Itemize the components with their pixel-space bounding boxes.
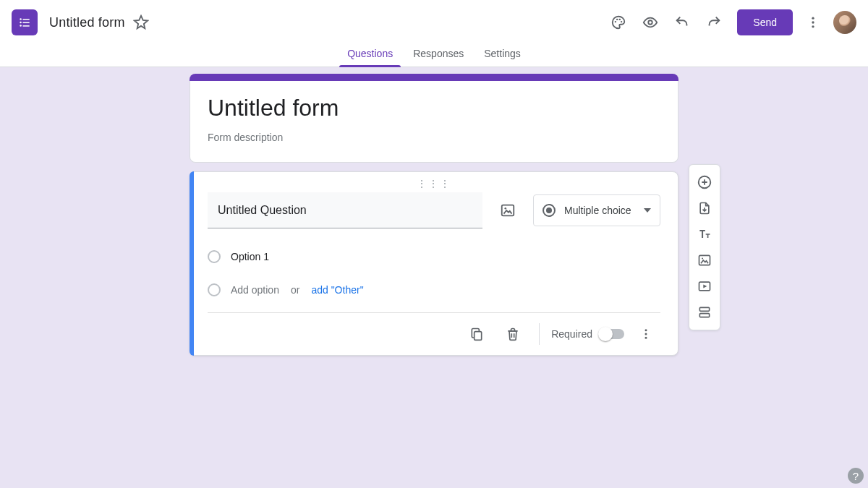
tab-responses[interactable]: Responses: [411, 48, 466, 67]
section-icon: [697, 305, 712, 320]
import-questions-button[interactable]: [692, 195, 718, 221]
star-button[interactable]: [132, 14, 150, 31]
svg-point-11: [649, 20, 653, 25]
svg-point-8: [616, 19, 618, 20]
text-icon: [697, 227, 712, 241]
or-label: or: [291, 284, 299, 296]
import-icon: [697, 201, 712, 215]
document-title[interactable]: Untitled form: [49, 15, 125, 30]
undo-icon: [674, 14, 690, 30]
redo-icon: [706, 14, 722, 30]
radio-icon: [542, 204, 556, 217]
svg-rect-1: [20, 18, 22, 20]
image-icon: [697, 253, 712, 267]
forms-logo[interactable]: [12, 9, 38, 35]
star-outline-icon: [133, 14, 149, 30]
radio-outline-icon: [208, 283, 221, 296]
svg-point-16: [505, 207, 507, 210]
svg-rect-25: [699, 307, 709, 311]
svg-rect-22: [699, 255, 710, 265]
customize-theme-button[interactable]: [604, 8, 633, 37]
editor-canvas: Untitled form Form description ⋮⋮⋮ Multi…: [0, 67, 868, 356]
svg-point-23: [702, 258, 703, 260]
required-label: Required: [551, 328, 592, 340]
form-title-input[interactable]: Untitled form: [208, 95, 660, 121]
svg-rect-2: [23, 19, 30, 20]
help-icon: ?: [853, 470, 859, 482]
question-more-button[interactable]: [631, 320, 660, 348]
radio-outline-icon: [208, 250, 221, 263]
svg-rect-15: [502, 205, 514, 216]
add-section-button[interactable]: [692, 299, 718, 325]
svg-rect-6: [23, 25, 30, 26]
separator: [539, 323, 540, 345]
duplicate-question-button[interactable]: [462, 320, 491, 348]
svg-point-9: [619, 19, 621, 20]
more-vert-icon: [806, 15, 820, 30]
palette-icon: [610, 14, 626, 30]
svg-rect-5: [20, 25, 22, 27]
svg-rect-26: [699, 314, 709, 317]
option-text[interactable]: Option 1: [231, 251, 269, 262]
header-bar: Untitled form Send: [0, 0, 868, 45]
svg-point-20: [645, 337, 647, 339]
add-option-text[interactable]: Add option: [231, 284, 279, 296]
redo-button[interactable]: [699, 8, 728, 37]
svg-point-18: [645, 329, 647, 331]
forms-logo-icon: [17, 15, 32, 30]
side-toolbar: [689, 164, 720, 330]
image-icon: [500, 202, 516, 218]
svg-point-7: [615, 21, 616, 22]
form-description-input[interactable]: Form description: [208, 132, 660, 143]
question-type-label: Multiple choice: [564, 205, 631, 216]
svg-point-10: [621, 21, 622, 22]
drag-handle-icon[interactable]: ⋮⋮⋮: [208, 178, 660, 189]
plus-circle-icon: [697, 174, 712, 190]
account-avatar[interactable]: [833, 11, 856, 34]
svg-point-14: [812, 25, 814, 27]
question-title-input[interactable]: [208, 192, 482, 228]
question-type-select[interactable]: Multiple choice: [533, 194, 660, 226]
add-question-button[interactable]: [692, 169, 718, 195]
add-video-button[interactable]: [692, 273, 718, 299]
svg-point-19: [645, 333, 647, 335]
form-tabs: Questions Responses Settings: [0, 45, 868, 67]
svg-rect-4: [23, 22, 30, 24]
more-vert-icon: [639, 328, 652, 341]
required-toggle[interactable]: [600, 329, 624, 339]
delete-question-button[interactable]: [498, 320, 527, 348]
eye-icon: [642, 14, 658, 30]
caret-down-icon: [644, 208, 651, 213]
more-menu-button[interactable]: [799, 8, 827, 37]
svg-rect-3: [20, 22, 22, 24]
add-title-button[interactable]: [692, 221, 718, 247]
trash-icon: [506, 327, 520, 341]
add-image-button[interactable]: [692, 247, 718, 273]
video-icon: [697, 279, 712, 294]
tab-questions[interactable]: Questions: [345, 48, 395, 67]
svg-point-13: [812, 21, 814, 23]
add-image-to-question-button[interactable]: [493, 195, 523, 226]
form-header-card[interactable]: Untitled form Form description: [190, 74, 678, 163]
copy-icon: [469, 327, 484, 341]
send-button[interactable]: Send: [737, 9, 793, 35]
svg-rect-17: [475, 332, 482, 341]
option-row[interactable]: Option 1: [208, 244, 660, 269]
undo-button[interactable]: [668, 8, 697, 37]
tab-settings[interactable]: Settings: [482, 48, 523, 67]
svg-point-12: [812, 17, 814, 20]
add-other-link[interactable]: add "Other": [311, 284, 363, 296]
add-option-row[interactable]: Add option or add "Other": [208, 278, 660, 302]
preview-button[interactable]: [636, 8, 665, 37]
question-card[interactable]: ⋮⋮⋮ Multiple choice: [190, 171, 678, 356]
help-button[interactable]: ?: [848, 468, 864, 484]
